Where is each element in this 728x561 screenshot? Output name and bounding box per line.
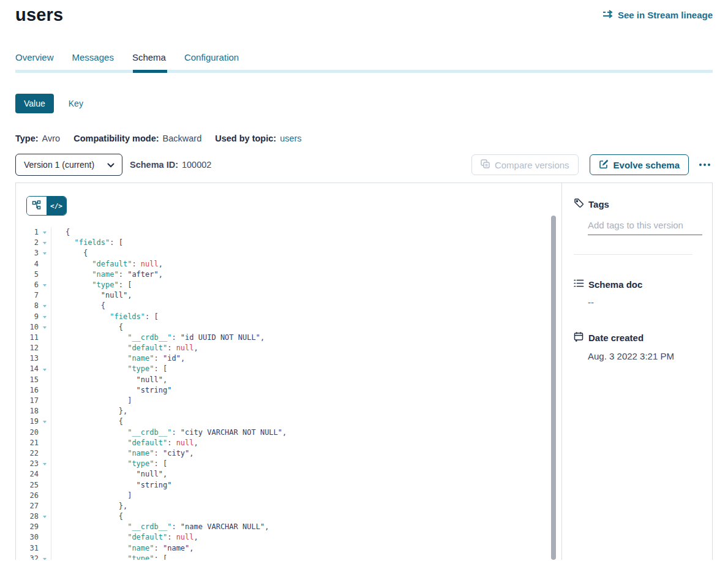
code-line: 1{	[16, 227, 561, 238]
line-number: 17	[16, 396, 39, 406]
collapse-arrow-icon[interactable]	[39, 322, 51, 333]
code-line: 11 "__crdb__": "id UUID NOT NULL",	[16, 333, 561, 343]
tab-overview[interactable]: Overview	[15, 52, 54, 70]
arrow-spacer	[39, 259, 51, 269]
code-lines[interactable]: 1{2 "fields": [3 {4 "default": null,5 "n…	[16, 227, 561, 560]
code-text: "default": null,	[51, 259, 163, 269]
line-number: 32	[16, 554, 39, 560]
topic-link[interactable]: users	[280, 134, 301, 143]
line-number: 29	[16, 522, 39, 532]
code-text: "__crdb__": "city VARCHAR NOT NULL",	[51, 427, 287, 438]
code-line: 17 ]	[16, 396, 561, 406]
code-line: 13 "name": "id",	[16, 353, 561, 364]
used-by-topic-label: Used by topic:	[215, 134, 276, 143]
tab-bar: Overview Messages Schema Configuration	[15, 52, 713, 70]
more-options-button[interactable]	[697, 160, 713, 170]
page-header: users See in Stream lineage	[15, 0, 713, 25]
tree-view-button[interactable]	[27, 197, 47, 215]
key-toggle-button[interactable]: Key	[69, 99, 83, 108]
code-text: "string"	[51, 385, 171, 396]
collapse-arrow-icon[interactable]	[39, 227, 51, 238]
code-line: 6 "type": [	[16, 280, 561, 290]
line-number: 13	[16, 353, 39, 364]
compare-versions-button[interactable]: Compare versions	[471, 154, 579, 175]
line-number: 14	[16, 364, 39, 374]
code-view-button[interactable]: </>	[47, 197, 66, 215]
code-text: "default": null,	[51, 532, 198, 543]
code-text: "default": null,	[51, 343, 198, 353]
code-text: ]	[51, 491, 132, 501]
code-line: 26 ]	[16, 491, 561, 501]
code-text: "name": "after",	[51, 269, 163, 280]
stream-lineage-icon	[602, 10, 614, 20]
collapse-arrow-icon[interactable]	[39, 312, 51, 322]
arrow-spacer	[39, 480, 51, 491]
version-select[interactable]: Version 1 (current)	[15, 154, 122, 176]
line-number: 28	[16, 511, 39, 522]
collapse-arrow-icon[interactable]	[39, 238, 51, 248]
schema-id-value: 100002	[182, 160, 211, 170]
arrow-spacer	[39, 333, 51, 343]
collapse-arrow-icon[interactable]	[39, 280, 51, 290]
collapse-arrow-icon[interactable]	[39, 248, 51, 258]
code-text: {	[51, 322, 123, 333]
compatibility-label: Compatibility mode:	[73, 134, 159, 143]
code-text: "name": "city",	[51, 448, 194, 459]
arrow-spacer	[39, 396, 51, 406]
code-line: 25 "string"	[16, 480, 561, 491]
schema-doc-title: Schema doc	[588, 279, 642, 290]
code-text: {	[51, 227, 70, 238]
line-number: 8	[16, 301, 39, 311]
schema-id: Schema ID: 100002	[130, 160, 211, 170]
line-number: 12	[16, 343, 39, 353]
value-key-toggle: Value Key	[15, 94, 713, 113]
collapse-arrow-icon[interactable]	[39, 459, 51, 469]
collapse-arrow-icon[interactable]	[39, 416, 51, 427]
code-line: 15 "null",	[16, 375, 561, 385]
line-number: 21	[16, 438, 39, 448]
compare-icon	[481, 159, 490, 170]
evolve-schema-button[interactable]: Evolve schema	[590, 154, 689, 175]
line-number: 25	[16, 480, 39, 491]
code-text: "__crdb__": "name VARCHAR NULL",	[51, 522, 269, 532]
schema-page: users See in Stream lineage Overview Mes…	[0, 0, 728, 560]
collapse-arrow-icon[interactable]	[39, 511, 51, 522]
type-value: Avro	[42, 134, 61, 143]
collapse-arrow-icon[interactable]	[39, 364, 51, 374]
tab-schema[interactable]: Schema	[132, 52, 166, 70]
code-line: 21 "default": null,	[16, 438, 561, 448]
tab-messages[interactable]: Messages	[72, 52, 114, 70]
arrow-spacer	[39, 406, 51, 416]
line-number: 2	[16, 238, 39, 248]
schema-doc-value: --	[588, 297, 702, 307]
schema-code-pane: </> 1{2 "fields": [3 {4 "default": null,…	[16, 183, 562, 560]
active-tab-indicator	[133, 70, 167, 73]
line-number: 16	[16, 385, 39, 396]
code-text: },	[51, 501, 127, 511]
code-text: ]	[51, 396, 132, 406]
schema-controls-row: Version 1 (current) Schema ID: 100002 Co…	[15, 154, 713, 176]
tags-section-header: Tags	[574, 198, 702, 210]
code-scrollbar-thumb[interactable]	[551, 216, 556, 560]
see-in-stream-lineage-link[interactable]: See in Stream lineage	[602, 10, 713, 20]
code-line: 3 {	[16, 248, 561, 258]
collapse-arrow-icon[interactable]	[39, 554, 51, 560]
collapse-arrow-icon[interactable]	[39, 301, 51, 311]
add-tags-input[interactable]	[588, 219, 702, 235]
tab-configuration[interactable]: Configuration	[184, 52, 239, 70]
code-text: "type": [	[51, 459, 167, 469]
code-text: {	[51, 416, 123, 427]
schema-id-label: Schema ID:	[130, 160, 178, 170]
code-text: "name": "name",	[51, 543, 194, 554]
type-label: Type:	[15, 134, 39, 143]
line-number: 7	[16, 290, 39, 301]
date-created-value: Aug. 3 2022 3:21 PM	[588, 351, 702, 361]
edit-schema-icon	[599, 159, 609, 171]
line-number: 15	[16, 375, 39, 385]
date-created-header: Date created	[574, 331, 702, 344]
code-line: 9 "fields": [	[16, 312, 561, 322]
schema-doc-header: Schema doc	[574, 279, 702, 290]
date-created-title: Date created	[588, 333, 644, 343]
value-toggle-button[interactable]: Value	[15, 94, 54, 113]
code-text: "fields": [	[51, 238, 123, 248]
